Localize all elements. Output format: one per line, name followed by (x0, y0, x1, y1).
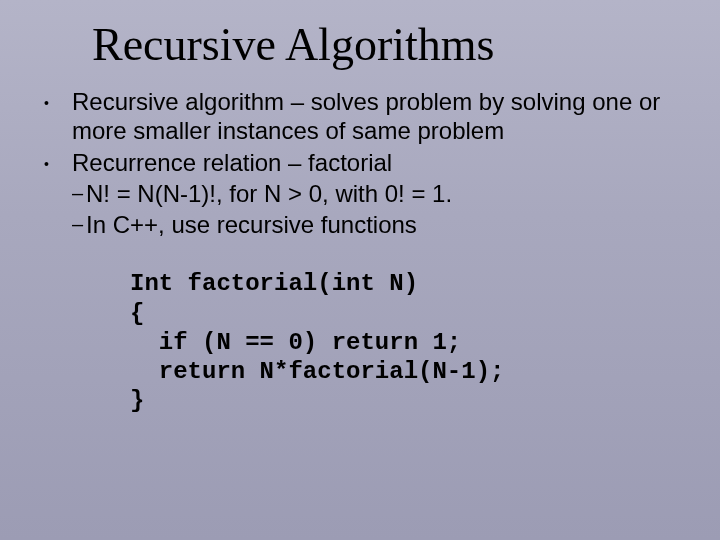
sub-bullet-text: In C++, use recursive functions (86, 210, 680, 239)
sub-bullet-item: – N! = N(N-1)!, for N > 0, with 0! = 1. (72, 179, 680, 208)
bullet-list: • Recursive algorithm – solves problem b… (42, 87, 720, 239)
dash-marker-icon: – (72, 179, 86, 205)
bullet-text: Recurrence relation – factorial (72, 148, 680, 177)
slide-title: Recursive Algorithms (0, 0, 720, 83)
bullet-marker-icon: • (42, 87, 72, 112)
bullet-text: Recursive algorithm – solves problem by … (72, 87, 720, 146)
code-block: Int factorial(int N) { if (N == 0) retur… (130, 269, 720, 415)
bullet-marker-icon: • (42, 148, 72, 173)
dash-marker-icon: – (72, 210, 86, 236)
bullet-item: • Recursive algorithm – solves problem b… (42, 87, 720, 146)
bullet-body: Recurrence relation – factorial – N! = N… (72, 148, 720, 240)
sub-bullet-item: – In C++, use recursive functions (72, 210, 680, 239)
bullet-item: • Recurrence relation – factorial – N! =… (42, 148, 720, 240)
sub-bullet-text: N! = N(N-1)!, for N > 0, with 0! = 1. (86, 179, 680, 208)
